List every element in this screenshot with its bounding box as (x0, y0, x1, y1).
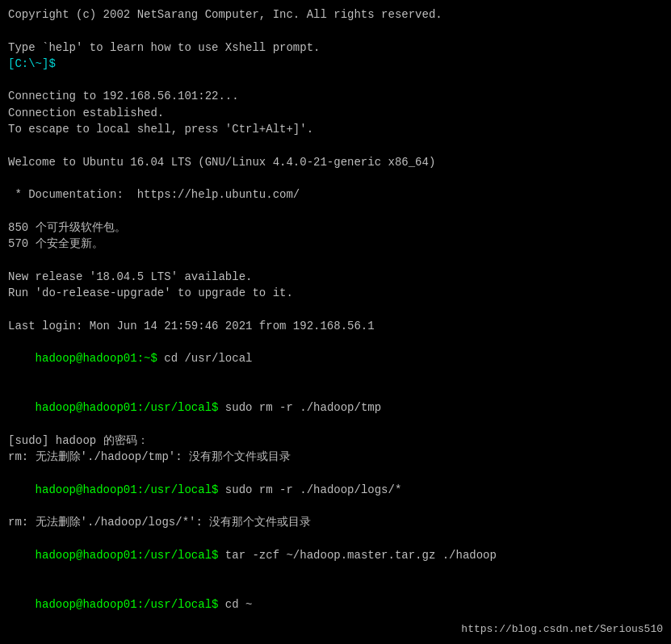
line-16 (8, 252, 663, 268)
line-1: Copyright (c) 2002 NetSarang Computer, I… (8, 6, 663, 23)
line-9 (8, 137, 663, 153)
prompt-21: hadoop@hadoop01:~$ (36, 352, 157, 365)
footer-url: https://blog.csdn.net/Serious510 (461, 622, 663, 638)
line-19 (8, 301, 663, 317)
terminal: Copyright (c) 2002 NetSarang Computer, I… (0, 0, 671, 644)
line-24: rm: 无法删除'./hadoop/tmp': 没有那个文件或目录 (8, 449, 663, 465)
cmd-28: cd ~ (218, 598, 252, 611)
line-18: Run 'do-release-upgrade' to upgrade to i… (8, 285, 663, 301)
prompt-25: hadoop@hadoop01:/usr/local$ (36, 483, 219, 496)
line-10: Welcome to Ubuntu 16.04 LTS (GNU/Linux 4… (8, 154, 663, 170)
line-13 (8, 203, 663, 220)
line-4: [C:\~]$ (8, 56, 663, 72)
cmd-21: cd /usr/local (157, 352, 253, 365)
line-20: Last login: Mon Jun 14 21:59:46 2021 fro… (8, 318, 663, 334)
prompt-27: hadoop@hadoop01:/usr/local$ (36, 549, 219, 562)
line-11 (8, 170, 663, 186)
line-21: hadoop@hadoop01:~$ cd /usr/local (8, 334, 663, 383)
cmd-25: sudo rm -r ./hadoop/logs/* (218, 483, 401, 496)
line-3: Type `help' to learn how to use Xshell p… (8, 40, 663, 56)
line-14: 850 个可升级软件包。 (8, 220, 663, 236)
line-8: To escape to local shell, press 'Ctrl+Al… (8, 121, 663, 137)
line-2 (8, 23, 663, 39)
line-12: * Documentation: https://help.ubuntu.com… (8, 186, 663, 203)
line-23: [sudo] hadoop 的密码： (8, 433, 663, 449)
prompt-local: [C:\~]$ (8, 57, 56, 70)
line-7: Connection established. (8, 105, 663, 121)
line-26: rm: 无法删除'./hadoop/logs/*': 没有那个文件或目录 (8, 514, 663, 530)
line-5 (8, 72, 663, 88)
prompt-22: hadoop@hadoop01:/usr/local$ (36, 401, 219, 414)
line-6: Connecting to 192.168.56.101:22... (8, 88, 663, 104)
line-15: 570 个安全更新。 (8, 236, 663, 252)
line-25: hadoop@hadoop01:/usr/local$ sudo rm -r .… (8, 465, 663, 514)
prompt-28: hadoop@hadoop01:/usr/local$ (36, 598, 219, 611)
cmd-27: tar -zcf ~/hadoop.master.tar.gz ./hadoop (218, 549, 496, 562)
line-17: New release '18.04.5 LTS' available. (8, 269, 663, 285)
cmd-22: sudo rm -r ./hadoop/tmp (218, 401, 381, 414)
line-28: hadoop@hadoop01:/usr/local$ cd ~ (8, 579, 663, 629)
line-27: hadoop@hadoop01:/usr/local$ tar -zcf ~/h… (8, 531, 663, 580)
line-22: hadoop@hadoop01:/usr/local$ sudo rm -r .… (8, 383, 663, 433)
